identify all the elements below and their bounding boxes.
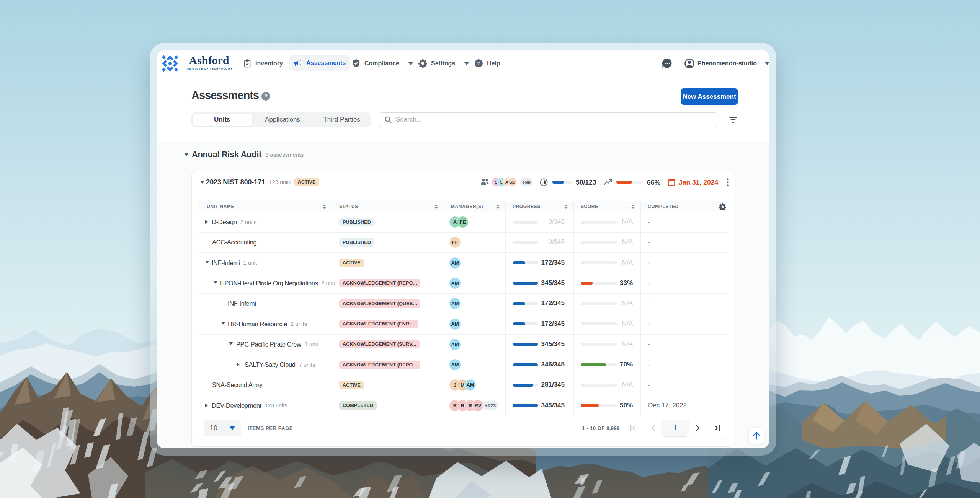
svg-text:?: ?	[264, 93, 268, 99]
svg-text:?: ?	[477, 60, 480, 66]
